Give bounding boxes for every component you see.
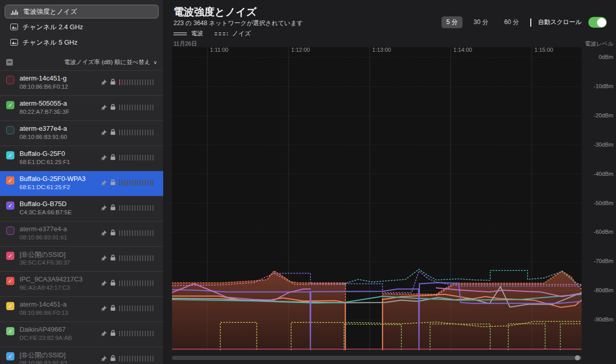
lock-icon [110, 204, 116, 213]
chart-controls: 5 分 30 分 60 分 自動スクロール [441, 16, 607, 28]
sidebar-item-label: 電波強度とノイズ [23, 7, 77, 16]
y-axis-tick: -20dBm [584, 112, 613, 118]
bar-chart-icon [10, 8, 18, 15]
network-row[interactable]: ✓aterm-14c451-a08:10:86:B6:F0:13 [0, 297, 163, 322]
range-button-30min[interactable]: 30 分 [469, 16, 493, 28]
x-axis-tick: 1:14:00 [453, 47, 472, 53]
toggle-knob [597, 18, 606, 27]
sidebar-item-label: チャンネル 2.4 GHz [23, 23, 83, 32]
network-checkbox[interactable]: ✓ [6, 277, 14, 285]
pin-icon[interactable] [101, 355, 107, 364]
network-mac: 08:10:86:83:91:63 [20, 360, 67, 364]
legend-signal-label: 電波 [191, 29, 203, 38]
page-title: 電波強度とノイズ [174, 5, 257, 19]
pin-icon[interactable] [101, 229, 107, 238]
chart-date-label: 11月26日 [174, 40, 197, 48]
lock-icon [110, 103, 116, 112]
chevron-down-icon[interactable]: ∨ [153, 59, 157, 65]
sort-dropdown-label[interactable]: 電波ノイズ率 (dB) 順に並べ替え [64, 58, 150, 66]
network-checkbox[interactable]: ✓ [6, 352, 14, 360]
network-mac: 08:10:86:83:91:61 [20, 234, 67, 240]
network-ssid: Buffalo-G-25F0-WPA3 [20, 175, 86, 183]
network-checkbox[interactable]: ✓ [6, 201, 14, 210]
chart-svg [172, 47, 582, 350]
y-axis-tick: -30dBm [584, 141, 613, 148]
x-axis-tick: 1:15:00 [534, 47, 553, 53]
network-row[interactable]: ✓IPC_9CA3A94217C39E:A3:A9:42:17:C3 [0, 272, 163, 297]
pin-icon[interactable] [101, 254, 107, 264]
network-row[interactable]: ✓DaikinAP49667DC:FE:23:82:9A:AB [0, 322, 163, 347]
network-row[interactable]: ✓[非公開のSSID]08:10:86:83:91:63 [0, 347, 163, 364]
network-checkbox[interactable]: ✓ [6, 252, 14, 260]
network-checkbox[interactable]: ✓ [6, 302, 14, 310]
pin-icon[interactable] [101, 129, 107, 138]
network-checkbox[interactable] [6, 227, 14, 235]
pin-icon[interactable] [101, 330, 107, 339]
network-row[interactable]: ✓aterm-505055-a80:22:A7:B7:3E:3F [0, 96, 163, 121]
network-checkbox[interactable] [6, 126, 14, 134]
network-mac: 68:E1:DC:61:25:F2 [20, 184, 70, 190]
network-mac: 9E:A3:A9:42:17:C3 [20, 285, 70, 291]
network-mac: 3E:5C:C4:F5:30:37 [20, 259, 70, 266]
network-checkbox[interactable]: ✓ [6, 176, 14, 185]
range-button-60min[interactable]: 60 分 [499, 16, 524, 28]
lock-icon [110, 354, 116, 363]
sort-row: 電波ノイズ率 (dB) 順に並べ替え ∨ [6, 56, 157, 68]
autoscroll-toggle[interactable] [588, 17, 607, 28]
network-list: aterm-14c451-g08:10:86:B6:F0:12✓aterm-50… [0, 70, 163, 364]
x-axis-tick: 1:12:00 [291, 47, 310, 53]
signal-noise-chart [172, 47, 582, 350]
divider [530, 18, 531, 27]
network-mac: DC:FE:23:82:9A:AB [20, 335, 72, 341]
pin-icon[interactable] [101, 78, 107, 88]
lock-icon [110, 329, 116, 338]
pin-icon[interactable] [101, 154, 107, 163]
network-ssid: aterm-505055-a [20, 99, 67, 107]
pin-icon[interactable] [101, 204, 107, 213]
network-row[interactable]: aterm-14c451-g08:10:86:B6:F0:12 [0, 71, 163, 96]
y-axis-tick: -60dBm [584, 229, 613, 235]
network-row[interactable]: aterm-e377e4-a08:10:86:83:91:61 [0, 221, 163, 247]
network-mac: 68:E1:DC:61:25:F1 [20, 159, 70, 165]
network-row[interactable]: ✓Buffalo-G-25F068:E1:DC:61:25:F1 [0, 146, 163, 171]
y-axis-tick: -10dBm [584, 83, 613, 89]
scrollbar-thumb[interactable] [575, 355, 580, 360]
legend-noise: ノイズ [215, 29, 251, 38]
legend-noise-label: ノイズ [232, 29, 251, 38]
signal-meter [119, 356, 154, 361]
network-row[interactable]: aterm-e377e4-a08:10:86:83:91:60 [0, 121, 163, 146]
network-ssid: [非公開のSSID] [20, 250, 66, 259]
network-checkbox[interactable]: ✓ [6, 327, 14, 335]
signal-meter [119, 205, 154, 211]
selection-status-text: 223 の 3648 ネットワークが選択されています [174, 19, 303, 28]
signal-meter [119, 79, 154, 85]
y-axis-title: 電波レベル [584, 40, 613, 48]
sidebar-nav: 電波強度とノイズチャンネル 2.4 GHzチャンネル 5 GHz [0, 0, 163, 52]
network-row[interactable]: ✓[非公開のSSID]3E:5C:C4:F5:30:37 [0, 247, 163, 272]
pin-icon[interactable] [101, 305, 107, 314]
signal-meter [119, 155, 154, 160]
pin-icon[interactable] [101, 179, 107, 188]
sidebar-item-channel-24ghz[interactable]: チャンネル 2.4 GHz [5, 20, 159, 34]
y-axis-tick: -90dBm [584, 316, 613, 322]
network-checkbox[interactable] [6, 76, 14, 84]
range-button-5min[interactable]: 5 分 [441, 16, 462, 28]
network-row[interactable]: ✓Buffalo-G-25F0-WPA368:E1:DC:61:25:F2 [0, 171, 163, 196]
lock-icon [110, 279, 116, 288]
network-mac: 08:10:86:83:91:60 [20, 134, 67, 140]
sidebar-item-channel-5ghz[interactable]: チャンネル 5 GHz [5, 35, 159, 49]
select-all-checkbox[interactable] [6, 59, 13, 66]
pin-icon[interactable] [101, 104, 107, 113]
sidebar-item-signal-noise[interactable]: 電波強度とノイズ [5, 5, 159, 18]
pin-icon[interactable] [101, 279, 107, 289]
network-ssid: aterm-14c451-g [20, 74, 67, 82]
network-ssid: aterm-e377e4-a [20, 225, 67, 233]
chart-scrollbar[interactable] [172, 356, 582, 360]
signal-meter [119, 255, 154, 261]
signal-meter [119, 230, 154, 236]
y-axis-tick: -40dBm [584, 171, 613, 177]
network-checkbox[interactable]: ✓ [6, 151, 14, 159]
network-row[interactable]: ✓Buffalo-G-B75DC4:3C:EA:66:B7:5E [0, 196, 163, 221]
network-checkbox[interactable]: ✓ [6, 101, 14, 109]
signal-meter [119, 180, 154, 186]
